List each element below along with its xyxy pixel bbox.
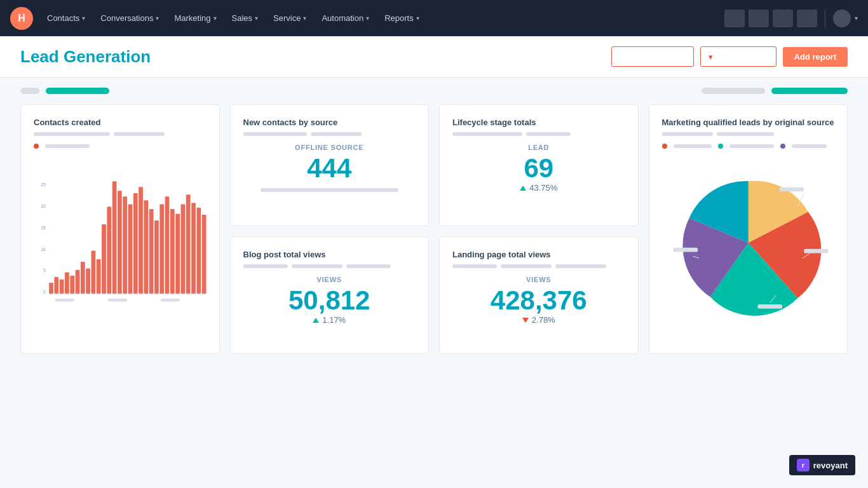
card-filter-bar-2 [243,132,416,136]
mql-title: Marketing qualified leads by original so… [662,118,835,127]
svg-rect-44 [804,249,829,254]
svg-rect-33 [181,204,186,294]
lifecycle-title: Lifecycle stage totals [452,118,625,127]
filter-pill-h [717,132,774,136]
svg-rect-19 [107,207,111,294]
filter-button-2[interactable]: ▾ [700,46,776,67]
nav-action-btn-2[interactable] [749,10,769,27]
new-contacts-by-source-card: New contacts by source OFFLINE SOURCE 44… [230,104,430,226]
svg-rect-24 [133,193,138,294]
blog-change: 1.17% [243,315,416,325]
hubspot-logo: H [10,7,33,30]
nav-divider [825,10,825,27]
svg-rect-36 [196,208,201,294]
stat-value-50812: 50,812 [243,286,416,315]
landing-page-title: Landing page total views [452,250,625,259]
svg-rect-32 [175,214,180,294]
legend-label-3 [792,144,827,148]
nav-action-btn-4[interactable] [797,10,817,27]
legend-label [45,144,90,148]
svg-text:20: 20 [41,204,46,208]
svg-rect-18 [102,224,106,294]
filter-button-1[interactable] [611,46,694,67]
svg-rect-28 [154,220,159,294]
svg-rect-15 [86,268,90,294]
filter-pill-k [346,264,391,268]
landing-page-views-card: Landing page total views VIEWS 428,376 2… [439,236,639,354]
nav-item-automation[interactable]: Automation ▾ [315,10,376,27]
chevron-down-icon: ▾ [416,15,419,22]
filter-pill-right-1 [702,88,765,94]
nav-item-conversations[interactable]: Conversations ▾ [94,10,165,27]
content-area: Contacts created 25 20 15 10 5 0 [0,104,868,374]
svg-rect-11 [65,272,69,294]
avatar[interactable] [833,10,851,27]
nav-item-service[interactable]: Service ▾ [267,10,313,27]
filter-left [20,88,109,94]
lifecycle-label: LEAD [452,144,625,151]
card-legend [34,144,207,149]
svg-rect-10 [60,280,64,294]
svg-rect-12 [70,276,74,294]
filter-pill-n [555,264,606,268]
page-title: Lead Generation [20,47,151,67]
chevron-down-icon[interactable]: ▾ [855,15,858,22]
mql-by-source-card: Marketing qualified leads by original so… [649,104,848,354]
svg-rect-42 [779,187,804,192]
svg-rect-40 [108,299,127,302]
blog-filter-bar [243,264,416,268]
svg-rect-29 [159,204,164,294]
svg-rect-34 [186,194,191,294]
mql-legend [662,144,835,149]
filter-pill-a [34,132,110,136]
source-label: OFFLINE SOURCE [243,144,416,151]
blog-views-label: VIEWS [243,276,416,283]
legend-label-1 [674,144,712,148]
nav-item-reports[interactable]: Reports ▾ [378,10,426,27]
filter-bar [0,78,868,104]
header-actions: ▾ Add report [611,46,848,67]
nav-item-sales[interactable]: Sales ▾ [226,10,265,27]
card-filter-bar [34,132,207,136]
svg-rect-9 [54,277,58,294]
filter-pill-teal [46,88,109,94]
arrow-up-icon-blog [313,318,319,323]
chevron-down-icon: ▾ [366,15,369,22]
legend-dot-red [34,144,39,149]
stat-value-428376: 428,376 [452,286,625,315]
svg-rect-16 [92,251,96,294]
svg-text:H: H [18,13,25,24]
mql-filter-bar [662,132,835,136]
lifecycle-stage-card: Lifecycle stage totals LEAD 69 43.75% [439,104,639,226]
nav-action-btn-3[interactable] [773,10,793,27]
nav-item-marketing[interactable]: Marketing ▾ [168,10,222,27]
legend-label-2 [729,144,774,148]
pie-chart-svg [662,154,835,332]
page-header: Lead Generation ▾ Add report [0,36,868,78]
landing-change: 2.78% [452,315,625,325]
filter-pill-l [452,264,497,268]
svg-text:0: 0 [43,290,46,294]
filter-pill [20,88,39,94]
svg-rect-39 [55,299,74,302]
filter-pill-j [292,264,342,268]
svg-rect-31 [170,209,175,294]
filter-pill-e [452,132,522,136]
legend-dot-1 [662,144,667,149]
svg-rect-17 [97,259,101,294]
filter-right [702,88,848,94]
add-report-button[interactable]: Add report [783,47,848,67]
filter-pill-m [501,264,552,268]
svg-text:15: 15 [41,226,46,230]
nav-action-btn-1[interactable] [724,10,745,27]
svg-rect-27 [149,209,154,294]
filter-pill-i [243,264,288,268]
arrow-up-icon [520,186,526,191]
new-contacts-title: New contacts by source [243,118,416,127]
legend-dot-2 [718,144,723,149]
filter-pill-g [662,132,713,136]
svg-text:25: 25 [41,182,46,187]
chevron-down-icon: ▾ [156,15,159,22]
stat-value-69: 69 [452,154,625,183]
nav-item-contacts[interactable]: Contacts ▾ [41,10,92,27]
